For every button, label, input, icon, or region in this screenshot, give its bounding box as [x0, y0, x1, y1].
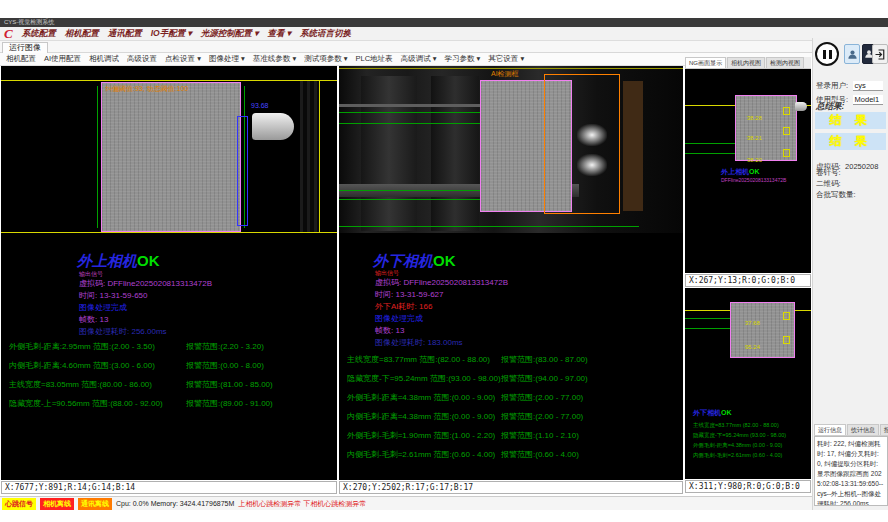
- measure-mark-label: 95.24: [745, 344, 760, 350]
- tool-advanced-settings[interactable]: 高级设置: [127, 54, 157, 64]
- tab-alarm-info[interactable]: 报警信息: [880, 424, 888, 435]
- barcode-text: 虚拟码: DFFline2025020813313472B: [79, 278, 212, 289]
- tool-camera-debug[interactable]: 相机调试: [89, 54, 119, 64]
- time-text: 时间: 13-31-59-650: [79, 290, 147, 301]
- tool-camera-config[interactable]: 相机配置: [6, 54, 36, 64]
- preview-measure-row: 内侧毛刺-毛刺=2.61mm (0.60 - 4.00): [693, 452, 782, 459]
- measure-mark-label: 38.20: [747, 157, 762, 163]
- cpu-memory-text: Cpu: 0.0% Memory: 3424.41796875M: [116, 500, 234, 507]
- measurement-alarm: 报警范围:(2.00 - 77.00): [501, 407, 583, 426]
- menu-system-config[interactable]: 系统配置: [22, 28, 56, 40]
- tool-learning-params[interactable]: 学习参数 ▾: [444, 54, 480, 64]
- time-text: 时间: 13-31-59-627: [375, 289, 443, 300]
- menu-camera-config[interactable]: 相机配置: [65, 28, 99, 40]
- measurement-alarm: 报警范围:(0.00 - 8.00): [186, 356, 264, 375]
- tool-advanced-debug[interactable]: 高级调试 ▾: [401, 54, 437, 64]
- batch-count-label: 合批写数量:: [816, 190, 856, 200]
- user-login-button[interactable]: [844, 44, 860, 64]
- camera-name: 外下相机: [373, 252, 433, 269]
- ai-box-label: AI检测框: [491, 69, 519, 79]
- measurement-row: 内侧毛刺-毛刺=2.61mm 范围:(0.60 - 4.00) 报警范围:(0.…: [347, 445, 681, 464]
- tool-baseline-params[interactable]: 基准线参数 ▾: [253, 54, 296, 64]
- preview-tabs: NG画面显示 相机内视图 检测内视图: [685, 57, 811, 69]
- measure-mark-box: [783, 107, 790, 115]
- result-ok: OK: [433, 252, 456, 269]
- app-window: CYS-视觉检测系统 C 系统配置 相机配置 通讯配置 IO手配置 ▾ 光源控制…: [0, 0, 888, 522]
- preview-view-upper[interactable]: 38.28 38.21 38.20 外上相机OK DFFline20250208…: [685, 69, 811, 273]
- control-panel: 登录用户: cys 使用型号: Model1 总结果: 结 果 结 果 虚拟码:…: [812, 38, 888, 510]
- coords-readout-left: X:7677;Y:891;R:14;G:14;B:14: [1, 481, 337, 494]
- measurement-row: 内侧毛刺-距离:4.60mm 范围:(3.00 - 6.00) 报警范围:(0.…: [9, 356, 335, 375]
- menu-language-switch[interactable]: 系统语言切换: [300, 28, 351, 40]
- baseline-line: [685, 153, 735, 154]
- result-ok: OK: [749, 168, 760, 175]
- coords-readout-mid: X:270;Y:2502;R:17;G:17;B:17: [339, 481, 683, 494]
- baseline-line: [685, 143, 735, 144]
- result-text: 结 果: [829, 133, 871, 150]
- measurement-alarm: 报警范围:(0.60 - 4.00): [501, 445, 579, 464]
- measurement-alarm: 报警范围:(81.00 - 85.00): [186, 375, 273, 394]
- frame-count-text: 帧数: 13: [79, 314, 108, 325]
- measurement-alarm: 报警范围:(1.10 - 2.10): [501, 426, 579, 445]
- tab-stats-info[interactable]: 统计信息: [847, 424, 879, 435]
- app-logo-icon: C: [4, 27, 13, 40]
- measure-mark-box: [783, 149, 790, 157]
- model-value[interactable]: Model1: [853, 95, 883, 105]
- process-done-text: 图像处理完成: [375, 313, 423, 324]
- measurement-value: 外侧毛刺-毛刺=1.90mm 范围:(1.00 - 2.20): [347, 426, 501, 445]
- result-ok: OK: [721, 409, 732, 416]
- camera-view-upper[interactable]: 纠偏阈值:93, 动态阈值:100 93.68 外上相机OK 输出信号 虚拟码:…: [1, 66, 337, 480]
- tool-spot-check[interactable]: 点检设置 ▾: [165, 54, 201, 64]
- tool-ai-config[interactable]: AI使用配置: [44, 54, 81, 64]
- measurement-value: 内侧毛刺-距离:4.60mm 范围:(3.00 - 6.00): [9, 356, 186, 375]
- result-text: 结 果: [829, 112, 871, 129]
- tool-other-settings[interactable]: 其它设置 ▾: [488, 54, 524, 64]
- baseline-line: [685, 328, 730, 329]
- status-badge-2: 通讯离线: [78, 498, 112, 510]
- preview-view-lower[interactable]: 37.68 95.24 外下相机OK 主线宽度=83.77mm (82.00 -…: [685, 288, 811, 479]
- reflection-highlight: [577, 124, 607, 146]
- measurement-row: 内侧毛刺-距离=4.38mm 范围:(0.00 - 9.00) 报警范围:(2.…: [347, 407, 681, 426]
- tool-plc-address[interactable]: PLC地址表: [356, 54, 393, 64]
- status-bar: 心跳信号 相机离线 通讯离线 Cpu: 0.0% Memory: 3424.41…: [0, 496, 812, 510]
- roi-line-top: [1, 80, 337, 81]
- tab-run-image[interactable]: 运行图像: [2, 42, 48, 53]
- measurement-value: 外侧毛刺-距离=4.38mm 范围:(0.00 - 9.00): [347, 388, 501, 407]
- tool-test-params[interactable]: 测试项参数 ▾: [304, 54, 347, 64]
- barcode-text: 虚拟码: DFFline2025020813313472B: [375, 277, 508, 288]
- edge-line-left: [97, 86, 98, 228]
- measurement-row: 隐藏宽度-上=90.56mm 范围:(88.00 - 92.00) 报警范围:(…: [9, 394, 335, 413]
- needle-label: 卷针号:: [816, 168, 841, 178]
- run-info-log[interactable]: 耗时: 222, 纠偏检测耗时: 17, 纠偏分叉耗时: 0, 纠偏提取分区耗时…: [814, 436, 888, 506]
- coords-readout-preview-bottom: X:311;Y:980;R:0;G:0;B:0: [685, 480, 811, 493]
- electrode-image: [101, 82, 241, 232]
- camera-view-lower[interactable]: AI检测框 外下相机OK 输出信号 虚拟码: DFFline2025020813…: [339, 66, 683, 480]
- tab-camera-inner-view[interactable]: 相机内视图: [727, 57, 765, 68]
- measurement-row: 主线宽度=83.05mm 范围:(80.00 - 86.00) 报警范围:(81…: [9, 375, 335, 394]
- menu-light-config[interactable]: 光源控制配置 ▾: [201, 28, 259, 40]
- status-badge-1: 相机离线: [40, 498, 74, 510]
- tab-ng-display[interactable]: NG画面显示: [685, 57, 726, 68]
- menu-view[interactable]: 查看 ▾: [267, 28, 291, 40]
- tab-detect-inner-view[interactable]: 检测内视图: [766, 57, 804, 68]
- measure-value-annotation: 93.68: [251, 102, 269, 109]
- tab-run-info[interactable]: 运行信息: [814, 424, 846, 435]
- camera-result-title: 外上相机OK: [77, 252, 160, 271]
- electrode-image: [730, 302, 795, 358]
- measurement-value: 主线宽度=83.77mm 范围:(82.00 - 88.00): [347, 350, 501, 369]
- measurement-value: 主线宽度=83.05mm 范围:(80.00 - 86.00): [9, 375, 186, 394]
- preview-measure-row: 隐藏宽度-下=95.24mm (93.00 - 98.00): [693, 432, 786, 439]
- background-texture: [300, 81, 319, 232]
- menu-io-config[interactable]: IO手配置 ▾: [151, 28, 192, 40]
- menu-comm-config[interactable]: 通讯配置: [108, 28, 142, 40]
- tool-image-processing[interactable]: 图像处理 ▾: [209, 54, 245, 64]
- measurement-row: 主线宽度=83.77mm 范围:(82.00 - 88.00) 报警范围:(83…: [347, 350, 681, 369]
- threshold-annotation: 纠偏阈值:93, 动态阈值:100: [105, 84, 188, 94]
- exit-button[interactable]: [872, 44, 888, 64]
- measurement-value: 内侧毛刺-距离=4.38mm 范围:(0.00 - 9.00): [347, 407, 501, 426]
- frame-count-text: 帧数: 13: [375, 325, 404, 336]
- preview-measure-row: 主线宽度=83.77mm (82.00 - 88.00): [693, 422, 779, 429]
- measurement-row: 外侧毛刺-毛刺=1.90mm 范围:(1.00 - 2.20) 报警范围:(1.…: [347, 426, 681, 445]
- heartbeat-warning-text: 上相机心跳检测异常 下相机心跳检测异常: [238, 499, 366, 509]
- pause-button[interactable]: [815, 42, 839, 66]
